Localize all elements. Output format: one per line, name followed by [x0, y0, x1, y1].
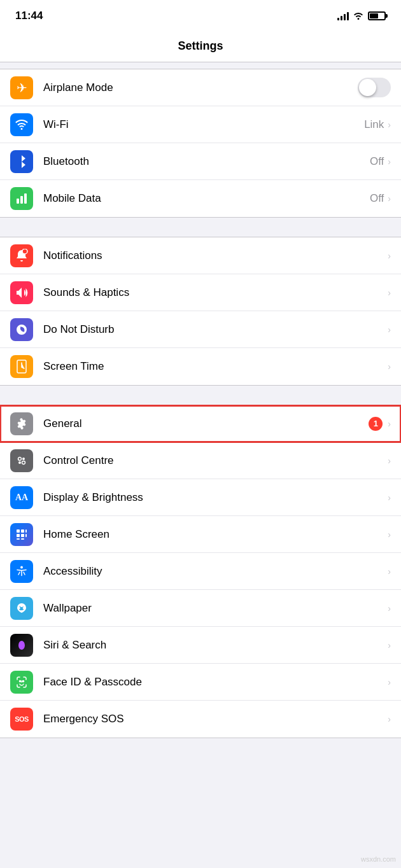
watermark: wsxdn.com	[361, 855, 396, 863]
dnd-chevron: ›	[388, 325, 391, 335]
dnd-icon	[10, 318, 33, 341]
system-section: General 1 › Control Centre › AA Display	[0, 405, 401, 738]
battery-icon	[368, 11, 386, 20]
wifi-icon	[10, 113, 33, 136]
bluetooth-chevron: ›	[388, 157, 391, 167]
notifications-label: Notifications	[43, 249, 388, 262]
status-time: 11:44	[15, 10, 43, 22]
general-badge: 1	[369, 417, 383, 431]
faceid-chevron: ›	[388, 677, 391, 687]
faceid-row[interactable]: Face ID & Passcode ›	[0, 664, 401, 701]
accessibility-row[interactable]: Accessibility ›	[0, 553, 401, 590]
notifications-icon	[10, 244, 33, 267]
general-icon	[10, 412, 33, 435]
status-icons	[337, 11, 386, 22]
svg-point-21	[23, 680, 24, 682]
gap-1	[0, 218, 401, 237]
siri-row[interactable]: Siri & Search ›	[0, 627, 401, 664]
home-screen-label: Home Screen	[43, 528, 388, 541]
screen-time-row[interactable]: Screen Time ›	[0, 348, 401, 385]
wallpaper-icon	[10, 597, 33, 620]
notifications-section: Notifications › Sounds & Haptics › Do No…	[0, 237, 401, 386]
sos-label: Emergency SOS	[43, 713, 388, 725]
general-row[interactable]: General 1 ›	[0, 405, 401, 442]
home-screen-chevron: ›	[388, 529, 391, 540]
mobile-data-icon	[10, 187, 33, 210]
sos-icon: SOS	[10, 708, 33, 731]
svg-rect-12	[25, 529, 27, 533]
accessibility-icon	[10, 560, 33, 583]
bluetooth-value: Off	[370, 155, 384, 168]
home-screen-icon	[10, 523, 33, 546]
svg-point-6	[18, 457, 22, 460]
dnd-row[interactable]: Do Not Disturb ›	[0, 311, 401, 348]
home-screen-row[interactable]: Home Screen ›	[0, 516, 401, 553]
svg-rect-14	[21, 534, 24, 537]
sounds-label: Sounds & Haptics	[43, 286, 388, 299]
svg-rect-11	[21, 529, 24, 533]
connectivity-section: ✈ Airplane Mode Wi-Fi Link ›	[0, 69, 401, 218]
airplane-mode-toggle[interactable]	[358, 78, 391, 97]
sos-row[interactable]: SOS Emergency SOS ›	[0, 701, 401, 738]
siri-chevron: ›	[388, 640, 391, 650]
wallpaper-label: Wallpaper	[43, 602, 388, 615]
airplane-mode-label: Airplane Mode	[43, 81, 358, 94]
wifi-chevron: ›	[388, 120, 391, 130]
screen-time-icon	[10, 355, 33, 378]
display-row[interactable]: AA Display & Brightness ›	[0, 479, 401, 516]
notifications-row[interactable]: Notifications ›	[0, 237, 401, 274]
general-label: General	[43, 417, 369, 430]
airplane-mode-row[interactable]: ✈ Airplane Mode	[0, 69, 401, 106]
faceid-icon	[10, 671, 33, 694]
general-chevron: ›	[388, 419, 391, 429]
mobile-data-chevron: ›	[388, 193, 391, 204]
bluetooth-label: Bluetooth	[43, 155, 370, 168]
svg-point-7	[22, 461, 25, 464]
accessibility-label: Accessibility	[43, 565, 388, 578]
control-centre-icon	[10, 449, 33, 472]
svg-rect-13	[17, 534, 20, 537]
screen-time-chevron: ›	[388, 361, 391, 372]
svg-rect-15	[25, 534, 27, 537]
siri-icon	[10, 634, 33, 657]
svg-point-3	[22, 249, 27, 254]
mobile-data-row[interactable]: Mobile Data Off ›	[0, 180, 401, 217]
svg-point-19	[18, 641, 25, 650]
svg-rect-17	[21, 538, 24, 540]
notifications-chevron: ›	[388, 251, 391, 261]
wifi-status-icon	[353, 11, 364, 22]
svg-rect-0	[17, 199, 19, 204]
wifi-row[interactable]: Wi-Fi Link ›	[0, 106, 401, 143]
svg-point-20	[20, 680, 21, 682]
sounds-row[interactable]: Sounds & Haptics ›	[0, 274, 401, 311]
page-title-bar: Settings	[0, 32, 401, 62]
sounds-chevron: ›	[388, 288, 391, 298]
airplane-mode-icon: ✈	[10, 76, 33, 99]
sos-chevron: ›	[388, 714, 391, 724]
dnd-label: Do Not Disturb	[43, 323, 388, 336]
faceid-label: Face ID & Passcode	[43, 676, 388, 689]
svg-rect-10	[17, 529, 20, 533]
wallpaper-row[interactable]: Wallpaper ›	[0, 590, 401, 627]
svg-rect-16	[17, 538, 20, 540]
signal-icon	[337, 11, 349, 20]
display-chevron: ›	[388, 493, 391, 503]
control-centre-row[interactable]: Control Centre ›	[0, 442, 401, 479]
settings-content: ✈ Airplane Mode Wi-Fi Link ›	[0, 62, 401, 738]
control-centre-label: Control Centre	[43, 454, 388, 467]
svg-rect-2	[24, 193, 27, 204]
display-icon: AA	[10, 486, 33, 509]
status-bar: 11:44	[0, 0, 401, 32]
accessibility-chevron: ›	[388, 566, 391, 577]
wifi-label: Wi-Fi	[43, 118, 364, 131]
page-title: Settings	[178, 39, 223, 52]
svg-point-8	[22, 458, 25, 460]
siri-label: Siri & Search	[43, 639, 388, 652]
svg-point-9	[18, 461, 21, 464]
sounds-icon	[10, 281, 33, 304]
bluetooth-icon	[10, 150, 33, 173]
svg-point-18	[20, 566, 23, 568]
bluetooth-row[interactable]: Bluetooth Off ›	[0, 143, 401, 180]
display-label: Display & Brightness	[43, 491, 388, 504]
gap-2	[0, 386, 401, 405]
